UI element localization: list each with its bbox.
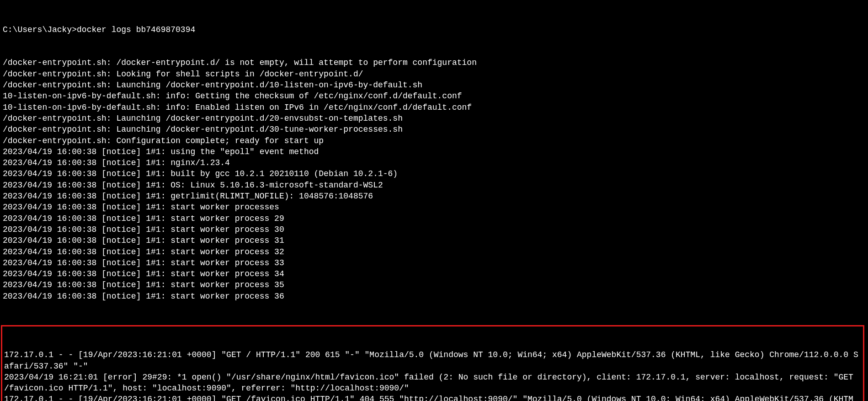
log-line: 10-listen-on-ipv6-by-default.sh: info: G… [3, 91, 865, 102]
log-line: 2023/04/19 16:00:38 [notice] 1#1: built … [3, 168, 865, 179]
log-line: 2023/04/19 16:00:38 [notice] 1#1: nginx/… [3, 157, 865, 168]
log-lines: /docker-entrypoint.sh: /docker-entrypoin… [3, 57, 865, 302]
terminal-output[interactable]: C:\Users\Jacky>docker logs bb7469870394 … [0, 0, 868, 401]
command-line: C:\Users\Jacky>docker logs bb7469870394 [3, 24, 865, 35]
log-line: /docker-entrypoint.sh: Looking for shell… [3, 69, 865, 80]
log-line: 2023/04/19 16:00:38 [notice] 1#1: OS: Li… [3, 180, 865, 191]
log-line: /docker-entrypoint.sh: Launching /docker… [3, 124, 865, 135]
log-line: /docker-entrypoint.sh: Launching /docker… [3, 80, 865, 91]
highlighted-log-line: 2023/04/19 16:21:01 [error] 29#29: *1 op… [4, 372, 861, 394]
log-line: 2023/04/19 16:00:38 [notice] 1#1: using … [3, 146, 865, 157]
log-line: 2023/04/19 16:00:38 [notice] 1#1: start … [3, 279, 865, 290]
highlighted-log-line: 172.17.0.1 - - [19/Apr/2023:16:21:01 +00… [4, 349, 861, 372]
log-line: 2023/04/19 16:00:38 [notice] 1#1: start … [3, 235, 865, 246]
log-line: 2023/04/19 16:00:38 [notice] 1#1: start … [3, 202, 865, 213]
log-line: 2023/04/19 16:00:38 [notice] 1#1: start … [3, 268, 865, 279]
highlighted-log-box: 172.17.0.1 - - [19/Apr/2023:16:21:01 +00… [1, 325, 864, 401]
log-line: 2023/04/19 16:00:38 [notice] 1#1: start … [3, 257, 865, 268]
highlighted-log-lines: 172.17.0.1 - - [19/Apr/2023:16:21:01 +00… [4, 349, 861, 401]
log-line: /docker-entrypoint.sh: Launching /docker… [3, 113, 865, 124]
prompt-command: docker logs bb7469870394 [77, 25, 195, 34]
log-line: 2023/04/19 16:00:38 [notice] 1#1: getrli… [3, 191, 865, 202]
log-line: 2023/04/19 16:00:38 [notice] 1#1: start … [3, 224, 865, 235]
highlighted-log-line: 172.17.0.1 - - [19/Apr/2023:16:21:01 +00… [4, 394, 861, 401]
log-line: /docker-entrypoint.sh: Configuration com… [3, 135, 865, 146]
log-line: 2023/04/19 16:00:38 [notice] 1#1: start … [3, 213, 865, 224]
prompt-path: C:\Users\Jacky> [3, 25, 77, 34]
log-line: 10-listen-on-ipv6-by-default.sh: info: E… [3, 102, 865, 113]
log-line: 2023/04/19 16:00:38 [notice] 1#1: start … [3, 246, 865, 257]
log-line: 2023/04/19 16:00:38 [notice] 1#1: start … [3, 291, 865, 302]
log-line: /docker-entrypoint.sh: /docker-entrypoin… [3, 57, 865, 68]
